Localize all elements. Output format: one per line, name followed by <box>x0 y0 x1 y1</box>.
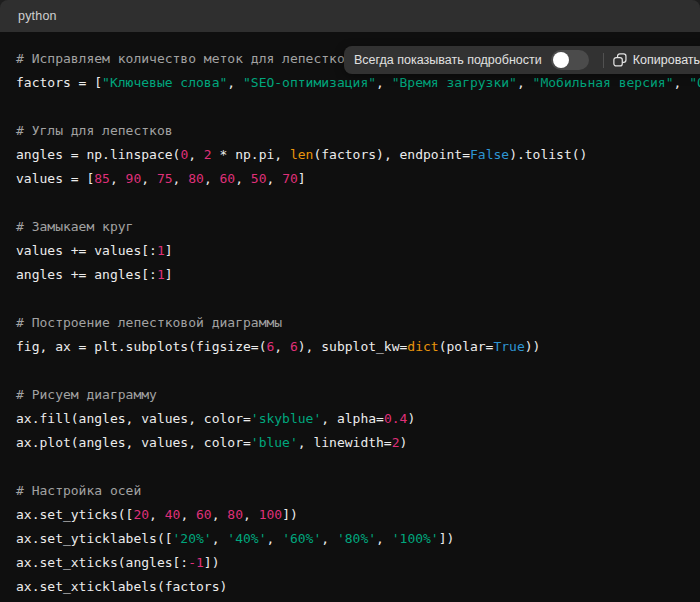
code-token-pln: (polar= <box>439 339 494 354</box>
code-token-pln: , <box>204 171 220 186</box>
code-token-pln: , <box>212 531 228 546</box>
code-token-pln: , <box>212 507 228 522</box>
code-token-num: 80 <box>188 171 204 186</box>
code-token-pln: , <box>243 507 259 522</box>
code-token-pln: , <box>180 507 196 522</box>
code-token-pln: * np.pi, <box>212 147 290 162</box>
code-line: # Углы для лепестков <box>16 119 700 143</box>
always-show-details-label: Всегда показывать подробности <box>354 53 542 67</box>
code-token-str: '20%' <box>173 531 212 546</box>
code-token-pln: , <box>235 171 251 186</box>
toolbar-divider <box>603 53 604 68</box>
code-token-num: 70 <box>282 171 298 186</box>
code-line <box>16 359 700 383</box>
code-token-pln: fig, ax = plt.subplots(figsize=( <box>16 339 266 354</box>
code-token-pln: ]) <box>204 555 220 570</box>
code-token-num: 6 <box>290 339 298 354</box>
code-line: # Рисуем диаграмму <box>16 383 700 407</box>
code-token-num: 85 <box>94 171 110 186</box>
code-token-pln: , <box>110 171 126 186</box>
code-token-num: 1 <box>157 243 165 258</box>
code-token-pln: , <box>267 171 283 186</box>
code-token-num: 80 <box>227 507 243 522</box>
language-label: python <box>18 9 57 23</box>
copy-code-button[interactable]: Копировать код <box>613 53 700 67</box>
code-token-pln: ]) <box>282 507 298 522</box>
code-token-str: 'blue' <box>251 435 298 450</box>
always-show-details-toggle[interactable] <box>551 50 589 70</box>
code-token-pln: , <box>274 339 290 354</box>
code-token-pln: , <box>517 75 533 90</box>
code-line: ax.set_yticklabels(['20%', '40%', '60%',… <box>16 527 700 551</box>
code-line: values = [85, 90, 75, 80, 60, 50, 70] <box>16 167 700 191</box>
code-token-com: # Рисуем диаграмму <box>16 387 157 402</box>
code-token-num: 50 <box>251 171 267 186</box>
code-token-kw: True <box>493 339 524 354</box>
code-token-pln: values += values[: <box>16 243 157 258</box>
code-token-pln: ] <box>298 171 306 186</box>
code-token-com: # Построение лепестковой диаграммы <box>16 315 282 330</box>
code-token-pln: , <box>673 75 689 90</box>
code-token-pln: , <box>376 75 392 90</box>
code-token-str: '40%' <box>227 531 266 546</box>
code-line: ax.set_xticklabels(factors) <box>16 575 700 599</box>
copy-icon <box>613 53 627 67</box>
code-token-com: # Замыкаем круг <box>16 219 133 234</box>
code-token-pln: ) <box>400 435 408 450</box>
code-line: ax.set_xticks(angles[:-1]) <box>16 551 700 575</box>
code-token-pln: ax.fill(angles, values, color= <box>16 411 251 426</box>
code-token-num: 60 <box>196 507 212 522</box>
code-token-num: 100 <box>259 507 282 522</box>
code-token-str: '80%' <box>337 531 376 546</box>
code-token-pln: ] <box>165 243 173 258</box>
code-token-num: 40 <box>165 507 181 522</box>
code-token-com: # Углы для лепестков <box>16 123 173 138</box>
code-token-pln: )) <box>525 339 541 354</box>
code-token-pln: , <box>173 171 189 186</box>
code-token-pln: , <box>321 531 337 546</box>
code-token-pln: , <box>149 507 165 522</box>
code-token-fn: len <box>290 147 313 162</box>
code-line <box>16 287 700 311</box>
code-token-num: 90 <box>126 171 142 186</box>
code-token-pln: ax.set_yticklabels([ <box>16 531 173 546</box>
code-token-com: # Исправляем количество меток для лепест… <box>16 51 353 66</box>
code-token-pln: ]) <box>439 531 455 546</box>
code-token-num: 60 <box>220 171 236 186</box>
code-token-pln: , alpha= <box>321 411 384 426</box>
code-line: fig, ax = plt.subplots(figsize=(6, 6), s… <box>16 335 700 359</box>
code-token-pln: , <box>188 147 204 162</box>
code-token-num: 0.4 <box>384 411 407 426</box>
code-token-pln: , <box>227 75 243 90</box>
code-line: factors = ["Ключевые слова", "SEO-оптими… <box>16 71 700 95</box>
code-line: ax.fill(angles, values, color='skyblue',… <box>16 407 700 431</box>
code-token-pln: ), subplot_kw= <box>298 339 408 354</box>
code-token-pln: ax.set_xticklabels(factors) <box>16 579 227 594</box>
code-token-num: 75 <box>157 171 173 186</box>
code-line <box>16 455 700 479</box>
code-block: python # Исправляем количество меток для… <box>0 0 700 602</box>
code-token-str: "От <box>689 75 700 90</box>
code-line <box>16 95 700 119</box>
code-line: ax.set_yticks([20, 40, 60, 80, 100]) <box>16 503 700 527</box>
code-token-pln: , <box>141 171 157 186</box>
code-token-pln: ax.set_yticks([ <box>16 507 133 522</box>
code-editor: # Исправляем количество меток для лепест… <box>0 32 700 602</box>
code-token-com: # Настройка осей <box>16 483 141 498</box>
code-token-pln: (factors), endpoint= <box>313 147 470 162</box>
code-token-pln: ax.set_xticks(angles[: <box>16 555 188 570</box>
code-line: angles = np.linspace(0, 2 * np.pi, len(f… <box>16 143 700 167</box>
code-token-str: '100%' <box>392 531 439 546</box>
code-line: angles += angles[:1] <box>16 263 700 287</box>
code-line: # Настройка осей <box>16 479 700 503</box>
code-token-kw: False <box>470 147 509 162</box>
code-token-str: "Время загрузки" <box>392 75 517 90</box>
code-token-pln: angles = np.linspace( <box>16 147 180 162</box>
copy-code-label: Копировать код <box>633 53 700 67</box>
code-token-num: 1 <box>157 267 165 282</box>
code-token-pln: factors = [ <box>16 75 102 90</box>
code-token-num: 20 <box>133 507 149 522</box>
code-line: ax.plot(angles, values, color='blue', li… <box>16 431 700 455</box>
code-token-pln: ax.plot(angles, values, color= <box>16 435 251 450</box>
code-token-str: '60%' <box>282 531 321 546</box>
